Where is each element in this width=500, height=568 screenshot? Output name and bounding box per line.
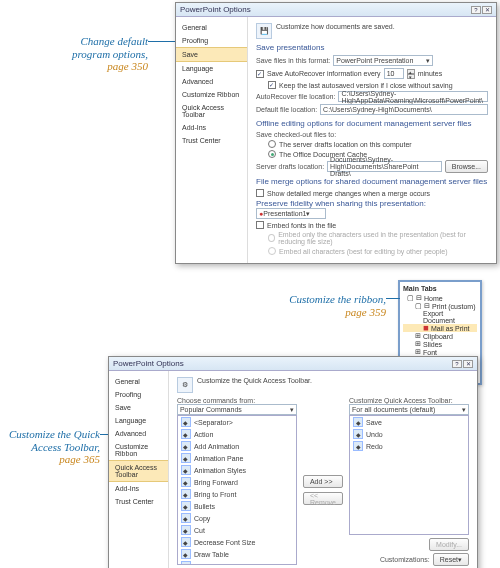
- embed-opt2-label: Embed all characters (best for editing b…: [279, 248, 447, 255]
- embed-opt2-radio: [268, 247, 276, 255]
- sb1-save[interactable]: Save: [176, 47, 247, 62]
- cmd-item[interactable]: ◆Animation Pane: [178, 452, 296, 464]
- sb1-proofing[interactable]: Proofing: [176, 34, 247, 47]
- sb1-language[interactable]: Language: [176, 62, 247, 75]
- cmd-item[interactable]: ◆Draw Vertical Text Box: [178, 560, 296, 565]
- cmd-item[interactable]: ◆<Separator>: [178, 416, 296, 428]
- embed-opt1-radio: [268, 234, 275, 242]
- titlebar-2: PowerPoint Options ?✕: [109, 357, 477, 371]
- save-format-label: Save files in this format:: [256, 57, 330, 64]
- qat-list[interactable]: ◆Save◆Undo◆Redo: [349, 415, 469, 535]
- autorecover-check[interactable]: [256, 70, 264, 78]
- rt-slides[interactable]: Slides: [423, 341, 442, 348]
- defloc-input[interactable]: C:\Users\Sydney-High\Documents\: [320, 104, 488, 115]
- rt-export[interactable]: Export Document: [423, 310, 477, 324]
- qat-item[interactable]: ◆Undo: [350, 428, 468, 440]
- remove-button[interactable]: << Remove: [303, 492, 343, 505]
- window-buttons-1[interactable]: ?✕: [470, 5, 492, 14]
- minutes-spin[interactable]: ▴▾: [407, 69, 415, 79]
- modify-button[interactable]: Modify...: [429, 538, 469, 551]
- add-button[interactable]: Add >>: [303, 475, 343, 488]
- save-format-dropdown[interactable]: PowerPoint Presentation ▾: [333, 55, 433, 66]
- autorecover-minutes[interactable]: 10: [384, 68, 404, 79]
- cmd-item[interactable]: ◆Cut: [178, 524, 296, 536]
- sb1-qat[interactable]: Quick Access Toolbar: [176, 101, 247, 121]
- cmd-item[interactable]: ◆Bring to Front: [178, 488, 296, 500]
- options-dialog-save: PowerPoint Options ?✕ General Proofing S…: [175, 2, 497, 264]
- sec-offline: Offline editing options for document man…: [256, 119, 488, 128]
- rt-mailprint[interactable]: Mail as Print: [431, 325, 470, 332]
- keeplast-label: Keep the last autosaved version if I clo…: [279, 82, 453, 89]
- cmd-item[interactable]: ◆Animation Styles: [178, 464, 296, 476]
- sb1-custribbon[interactable]: Customize Ribbon: [176, 88, 247, 101]
- rt-print[interactable]: Print (custom): [432, 303, 476, 310]
- embed-check[interactable]: [256, 221, 264, 229]
- mainpane-1: 💾 Customize how documents are saved. Sav…: [248, 17, 496, 263]
- sb1-advanced[interactable]: Advanced: [176, 75, 247, 88]
- pres-dropdown[interactable]: ● Presentation1 ▾: [256, 208, 326, 219]
- cmd-item[interactable]: ◆Copy: [178, 512, 296, 524]
- rt-home[interactable]: Home: [424, 295, 443, 302]
- titlebar-1: PowerPoint Options ?✕: [176, 3, 496, 17]
- window-buttons-2[interactable]: ?✕: [451, 359, 473, 368]
- sb2-qat[interactable]: Quick Access Toolbar: [109, 460, 168, 482]
- choose-dropdown[interactable]: Popular Commands▾: [177, 404, 297, 415]
- commands-list[interactable]: ◆<Separator>◆Action◆Add Animation◆Animat…: [177, 415, 297, 565]
- cmd-item[interactable]: ◆Bullets: [178, 500, 296, 512]
- sb2-trust[interactable]: Trust Center: [109, 495, 168, 508]
- cmd-item[interactable]: ◆Add Animation: [178, 440, 296, 452]
- sb2-general[interactable]: General: [109, 375, 168, 388]
- rt-font[interactable]: Font: [423, 349, 437, 356]
- sb2-save[interactable]: Save: [109, 401, 168, 414]
- callout-ribbon: Customize the ribbon, page 359: [260, 293, 386, 318]
- sec-save-pres: Save presentations: [256, 43, 488, 52]
- cmd-item[interactable]: ◆Bring Forward: [178, 476, 296, 488]
- arloc-label: AutoRecover file location:: [256, 93, 335, 100]
- dialog-title-2: PowerPoint Options: [113, 359, 184, 368]
- arloc-input[interactable]: C:\Users\Sydney-HighAppData\Roaming\Micr…: [338, 91, 488, 102]
- sb1-general[interactable]: General: [176, 21, 247, 34]
- callout-save: Change default program options, page 350: [38, 35, 148, 73]
- pane-header-1: Customize how documents are saved.: [276, 23, 395, 30]
- cmd-item[interactable]: ◆Action: [178, 428, 296, 440]
- sb2-addins[interactable]: Add-Ins: [109, 482, 168, 495]
- co-opt1-label: The server drafts location on this compu…: [279, 141, 412, 148]
- cmd-item[interactable]: ◆Decrease Font Size: [178, 536, 296, 548]
- pane-header-2: Customize the Quick Access Toolbar.: [197, 377, 312, 384]
- dialog-title-1: PowerPoint Options: [180, 5, 251, 14]
- sb2-advanced[interactable]: Advanced: [109, 427, 168, 440]
- defloc-label: Default file location:: [256, 106, 317, 113]
- mainpane-2: ⚙ Customize the Quick Access Toolbar. Ch…: [169, 371, 477, 568]
- sec-merge: File merge options for shared document m…: [256, 177, 488, 186]
- sec-fidelity: Preserve fidelity when sharing this pres…: [256, 199, 426, 208]
- checkout-label: Save checked-out files to:: [256, 131, 336, 138]
- qat-item[interactable]: ◆Redo: [350, 440, 468, 452]
- options-dialog-qat: PowerPoint Options ?✕ General Proofing S…: [108, 356, 478, 568]
- minutes-unit: minutes: [418, 70, 443, 77]
- choose-label: Choose commands from:: [177, 397, 297, 404]
- sb2-proofing[interactable]: Proofing: [109, 388, 168, 401]
- browse-button[interactable]: Browse...: [445, 160, 488, 173]
- merge-check[interactable]: [256, 189, 264, 197]
- sidebar-2: General Proofing Save Language Advanced …: [109, 371, 169, 568]
- sidebar-1: General Proofing Save Language Advanced …: [176, 17, 248, 263]
- cmd-item[interactable]: ◆Draw Table: [178, 548, 296, 560]
- sb2-custribbon[interactable]: Customize Ribbon: [109, 440, 168, 460]
- cust-dropdown[interactable]: For all documents (default)▾: [349, 404, 469, 415]
- sb2-language[interactable]: Language: [109, 414, 168, 427]
- co-opt2-radio[interactable]: [268, 150, 276, 158]
- qat-item[interactable]: ◆Save: [350, 416, 468, 428]
- co-opt1-radio[interactable]: [268, 140, 276, 148]
- sb1-addins[interactable]: Add-Ins: [176, 121, 247, 134]
- keeplast-check[interactable]: [268, 81, 276, 89]
- qat-icon: ⚙: [177, 377, 193, 393]
- autorecover-label: Save AutoRecover information every: [267, 70, 381, 77]
- rt-clipboard[interactable]: Clipboard: [423, 333, 453, 340]
- embed-label: Embed fonts in the file: [267, 222, 336, 229]
- sb1-trust[interactable]: Trust Center: [176, 134, 247, 147]
- drafts-input[interactable]: Documents\Sydney-High\Documents\SharePoi…: [327, 161, 442, 172]
- reset-button[interactable]: Reset ▾: [433, 553, 469, 566]
- embed-opt1-label: Embed only the characters used in the pr…: [278, 231, 488, 245]
- drafts-label: Server drafts location:: [256, 163, 324, 170]
- callout-qat: Customize the Quick Access Toolbar, page…: [0, 428, 100, 466]
